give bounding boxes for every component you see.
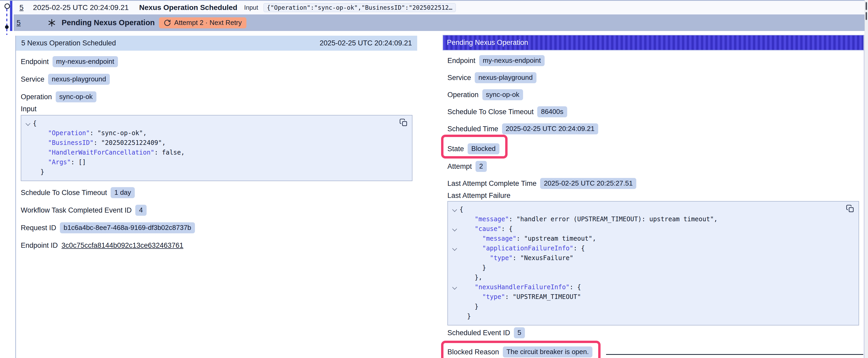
code-text: "BusinessID": "20250225122409", — [33, 138, 166, 148]
event-detail-fields: Endpointmy-nexus-endpointServicenexus-pl… — [21, 56, 412, 103]
code-line: "type": "NexusFailure" — [452, 253, 854, 263]
field-label: Schedule To Close Timeout — [447, 108, 533, 116]
field-value-chip: The circuit breaker is open. — [503, 347, 593, 357]
field-value-chip: 4 — [135, 205, 146, 216]
field-label: Blocked Reason — [447, 348, 499, 356]
failure-code-lines: { "message": "handler error (UPSTREAM_TI… — [452, 205, 854, 321]
pending-operation-header-title: Pending Nexus Operation — [447, 39, 528, 47]
retry-badge-label: Attempt 2 · Next Retry — [174, 19, 242, 27]
timeline-active-bar — [10, 1, 12, 31]
code-text: } — [33, 167, 44, 177]
field-label: Scheduled Time — [447, 125, 498, 133]
field-label: Workflow Task Completed Event ID — [21, 206, 132, 215]
code-line: { — [25, 119, 408, 128]
code-gutter — [25, 138, 33, 148]
code-line: "Args": [] — [25, 158, 408, 167]
scrollbar-thumb[interactable] — [866, 12, 867, 20]
field-label: Service — [447, 74, 471, 82]
pending-nexus-operation-row[interactable]: 5 Pending Nexus Operation Attempt 2 · Ne… — [14, 14, 865, 31]
code-line: "BusinessID": "20250225122409", — [25, 138, 408, 148]
field-row-request-id: Request IDb1c6a4bc-8ee7-468a-9169-df3b02… — [21, 222, 195, 234]
failure-code-block: { "message": "handler error (UPSTREAM_TI… — [447, 201, 859, 325]
event-detail-body: Endpointmy-nexus-endpointServicenexus-pl… — [16, 56, 417, 251]
code-gutter — [452, 312, 460, 321]
code-text: "type": "NexusFailure" — [460, 253, 573, 263]
code-line: "type": "UPSTREAM_TIMEOUT" — [452, 292, 854, 302]
event-title: Nexus Operation Scheduled — [139, 3, 237, 12]
code-line: "message": "handler error (UPSTREAM_TIME… — [452, 215, 854, 224]
copy-icon[interactable] — [846, 204, 855, 213]
field-row-service: Servicenexus-playground — [447, 72, 536, 84]
annotation-highlight-box: Blocked ReasonThe circuit breaker is ope… — [441, 341, 600, 358]
pending-id-link[interactable]: 5 — [17, 19, 21, 27]
pending-operation-header: Pending Nexus Operation — [443, 35, 864, 51]
input-code-block: { "Operation": "sync-op-ok", "BusinessID… — [21, 115, 412, 181]
code-text: "message": "upstream timeout", — [460, 234, 596, 243]
field-row-blocked-reason: Blocked ReasonThe circuit breaker is ope… — [447, 346, 592, 358]
copy-icon[interactable] — [399, 118, 408, 127]
field-label: Operation — [21, 93, 52, 101]
pending-operation-fields-bottom: Scheduled Event ID5Blocked ReasonThe cir… — [447, 327, 859, 358]
input-preview-badge[interactable]: {"Operation":"sync-op-ok","BusinessID":"… — [264, 3, 456, 12]
code-gutter — [452, 215, 460, 224]
failure-block-label: Last Attempt Failure — [447, 192, 859, 199]
field-label: Request ID — [21, 224, 56, 232]
event-detail-header: 5 Nexus Operation Scheduled 2025-02-25 U… — [16, 36, 417, 51]
field-value-chip: 2 — [475, 161, 487, 172]
field-row-operation: Operationsync-op-ok — [447, 89, 523, 100]
panel-bottom-border — [606, 354, 863, 355]
code-gutter — [452, 253, 460, 263]
code-text: "type": "UPSTREAM_TIMEOUT" — [460, 292, 581, 302]
chevron-down-icon[interactable] — [452, 283, 460, 292]
code-gutter — [452, 302, 460, 312]
event-row-nexus-operation-scheduled[interactable]: 5 2025-02-25 UTC 20:24:09.21 Nexus Opera… — [14, 1, 865, 14]
input-label: Input — [244, 4, 258, 11]
field-label: Last Attempt Complete Time — [447, 180, 536, 188]
code-line: } — [25, 167, 408, 177]
chevron-down-icon[interactable] — [452, 224, 460, 234]
code-line: "applicationFailureInfo": { — [452, 243, 854, 253]
scrollbar-thumb[interactable] — [866, 2, 867, 10]
chevron-down-icon[interactable] — [452, 205, 460, 215]
field-value-chip: sync-op-ok — [56, 91, 96, 102]
field-value-chip: 1 day — [111, 187, 135, 198]
code-text: "cause": { — [460, 224, 513, 234]
field-value-chip: b1c6a4bc-8ee7-468a-9169-df3b02c8737b — [60, 222, 195, 233]
code-text: } — [460, 263, 486, 273]
retry-attempt-badge: Attempt 2 · Next Retry — [159, 17, 246, 28]
code-line: "Operation": "sync-op-ok", — [25, 128, 408, 138]
event-timestamp: 2025-02-25 UTC 20:24:09.21 — [33, 3, 129, 12]
field-value-chip: 2025-02-25 UTC 20:25:27.51 — [540, 178, 636, 189]
field-value-link[interactable]: 3c0c75ccfa8144b092c13ce632463761 — [61, 241, 183, 250]
field-value-chip: my-nexus-endpoint — [53, 56, 118, 67]
field-label: Scheduled Event ID — [447, 329, 510, 337]
event-detail-fields-bottom: Schedule To Close Timeout1 dayWorkflow T… — [21, 187, 412, 251]
field-value-chip: sync-op-ok — [482, 89, 523, 100]
field-row-schedule-to-close-timeout: Schedule To Close Timeout86400s — [447, 106, 567, 118]
field-value-chip: 2025-02-25 UTC 20:24:09.21 — [502, 123, 598, 134]
field-label: Endpoint — [21, 58, 49, 66]
field-row-scheduled-event-id: Scheduled Event ID5 — [447, 327, 525, 338]
code-line: "cause": { — [452, 224, 854, 234]
code-text: }, — [460, 273, 482, 283]
pending-operation-body: Endpointmy-nexus-endpointServicenexus-pl… — [443, 55, 864, 358]
field-row-attempt: Attempt2 — [447, 161, 487, 172]
code-gutter — [452, 292, 460, 302]
code-gutter — [452, 263, 460, 273]
filled-circle-icon — [5, 25, 9, 29]
asterisk-icon — [48, 19, 56, 27]
vertical-scrollbar[interactable] — [865, 0, 868, 358]
code-gutter — [25, 128, 33, 138]
workflow-event-history-screen: 5 2025-02-25 UTC 20:24:09.21 Nexus Opera… — [0, 0, 868, 358]
code-text: "message": "handler error (UPSTREAM_TIME… — [460, 215, 718, 224]
input-block-label: Input — [21, 105, 412, 113]
code-text: } — [460, 302, 478, 312]
code-text: } — [460, 312, 471, 321]
chevron-down-icon[interactable] — [452, 243, 460, 253]
field-label: Service — [21, 75, 44, 84]
chevron-down-icon[interactable] — [25, 119, 33, 128]
field-row-endpoint: Endpointmy-nexus-endpoint — [447, 55, 545, 66]
event-id-link[interactable]: 5 — [20, 3, 24, 12]
field-label: Attempt — [447, 162, 472, 171]
code-gutter — [452, 234, 460, 243]
